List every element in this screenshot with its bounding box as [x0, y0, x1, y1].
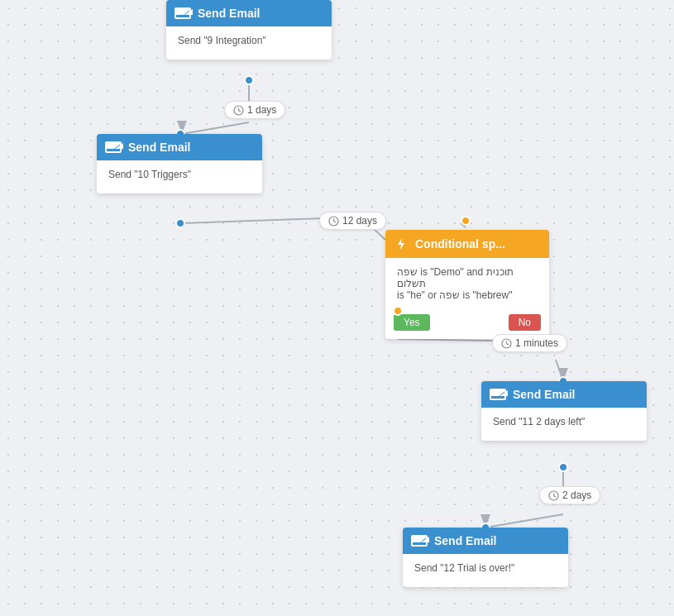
svg-line-16	[239, 110, 241, 112]
node-1-header: Send Email	[166, 0, 332, 26]
svg-line-26	[554, 495, 557, 497]
clock-icon-2	[328, 216, 339, 227]
yes-button[interactable]: Yes	[394, 314, 430, 331]
mail-icon-1	[174, 7, 191, 19]
dot-conditional-top[interactable]	[461, 216, 471, 226]
clock-icon-1	[233, 105, 244, 116]
svg-line-1	[182, 122, 249, 134]
conditional-header: Conditional sp...	[385, 230, 549, 258]
dot-node3-bottom[interactable]	[558, 462, 568, 472]
delay-badge-1: 1 days	[224, 101, 285, 119]
no-button[interactable]: No	[509, 314, 541, 331]
send-email-node-1[interactable]: Send Email Send "9 Integration"	[166, 0, 332, 60]
node-1-title: Send Email	[198, 7, 260, 20]
node-3-header: Send Email	[481, 381, 647, 408]
svg-marker-20	[398, 238, 404, 250]
send-email-node-4[interactable]: Send Email Send "12 Trial is over!"	[403, 528, 568, 587]
lightning-icon	[394, 236, 409, 251]
workflow-canvas: Send Email Send "9 Integration" 1 days S…	[0, 0, 674, 616]
node-3-body: Send "11 2 days left"	[481, 408, 647, 441]
clock-icon-3	[501, 338, 512, 349]
send-email-node-2[interactable]: Send Email Send "10 Triggers"	[97, 134, 262, 193]
delay-badge-2: 12 days	[319, 212, 386, 230]
conditional-node[interactable]: Conditional sp... שפה is "Demo" and תוכנ…	[385, 230, 549, 339]
dot-node2-bottom[interactable]	[175, 218, 185, 228]
delay-badge-4: 2 days	[539, 486, 600, 504]
send-email-node-3[interactable]: Send Email Send "11 2 days left"	[481, 381, 647, 441]
node-4-body: Send "12 Trial is over!"	[403, 554, 568, 587]
node-2-body: Send "10 Triggers"	[97, 160, 262, 193]
mail-icon-3	[490, 389, 506, 400]
node-1-body: Send "9 Integration"	[166, 26, 332, 60]
node-4-header: Send Email	[403, 528, 568, 554]
clock-icon-4	[548, 490, 559, 501]
svg-line-23	[507, 343, 509, 345]
node-2-header: Send Email	[97, 134, 262, 160]
mail-icon-4	[411, 535, 428, 547]
delay-badge-3: 1 minutes	[492, 334, 567, 352]
connector-lines	[0, 0, 674, 616]
mail-icon-2	[105, 141, 122, 153]
svg-line-19	[334, 221, 337, 222]
conditional-body: שפה is "Demo" and תוכנית תשלום is "he" o…	[385, 258, 549, 309]
svg-line-8	[485, 514, 563, 528]
dot-conditional-yes[interactable]	[393, 306, 403, 316]
dot-node1-bottom[interactable]	[244, 75, 254, 85]
